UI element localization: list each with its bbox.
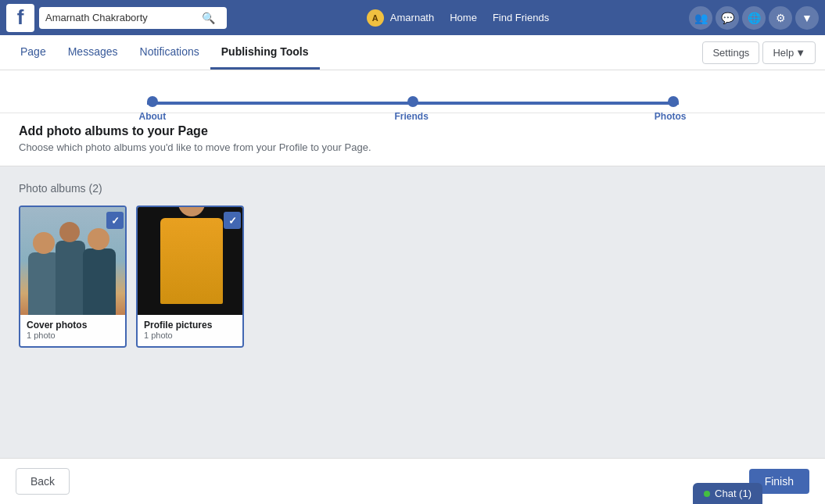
step-about-label: About bbox=[139, 111, 167, 122]
chat-bar[interactable]: Chat (1) bbox=[693, 483, 762, 504]
messages-icon[interactable]: 💬 bbox=[716, 6, 739, 30]
album-profile-pictures[interactable]: ✓ Profile pictures 1 photo bbox=[136, 206, 244, 348]
step-friends-dot bbox=[407, 96, 418, 107]
page-nav-tabs: Page Messages Notifications Publishing T… bbox=[9, 35, 702, 70]
chat-online-indicator bbox=[704, 491, 710, 497]
nav-right: 👥 💬 🌐 ⚙ ▼ bbox=[689, 6, 819, 30]
wizard-card: About Friends Photos Add photo albums to… bbox=[0, 70, 825, 166]
album-cover-photos[interactable]: ✓ Cover photos 1 photo bbox=[19, 206, 127, 348]
home-label: Home bbox=[450, 12, 477, 23]
back-button[interactable]: Back bbox=[16, 468, 70, 495]
album-profile-name: Profile pictures bbox=[144, 320, 236, 331]
help-dropdown-icon: ▼ bbox=[795, 47, 805, 59]
search-icon: 🔍 bbox=[202, 12, 215, 24]
progress-steps: About Friends Photos bbox=[147, 102, 679, 105]
page-nav: Page Messages Notifications Publishing T… bbox=[0, 35, 825, 70]
friends-icon[interactable]: 👥 bbox=[689, 6, 712, 30]
settings-btn[interactable]: Settings bbox=[702, 41, 759, 64]
album-profile-check: ✓ bbox=[224, 212, 241, 229]
progress-area: About Friends Photos bbox=[0, 70, 825, 113]
top-nav: f 🔍 A Amarnath Home Find Friends 👥 💬 🌐 ⚙… bbox=[0, 0, 825, 35]
tab-messages[interactable]: Messages bbox=[57, 35, 129, 70]
step-photos: Photos bbox=[668, 100, 679, 107]
find-friends-btn[interactable]: Find Friends bbox=[486, 9, 555, 27]
page-nav-right: Settings Help ▼ bbox=[702, 41, 816, 64]
step-photos-dot bbox=[668, 96, 679, 107]
album-cover-check: ✓ bbox=[106, 212, 124, 229]
album-profile-info: Profile pictures 1 photo bbox=[138, 315, 242, 346]
albums-title: Photo albums (2) bbox=[19, 182, 806, 195]
main-content: About Friends Photos Add photo albums to… bbox=[0, 70, 825, 504]
albums-section: Photo albums (2) ✓ C bbox=[0, 166, 825, 363]
album-cover-name: Cover photos bbox=[27, 320, 119, 331]
albums-grid: ✓ Cover photos 1 photo ✓ bbox=[19, 206, 806, 348]
help-label: Help bbox=[773, 47, 794, 59]
tab-page[interactable]: Page bbox=[9, 35, 57, 70]
find-friends-label: Find Friends bbox=[493, 12, 549, 23]
home-nav-btn[interactable]: A Amarnath bbox=[360, 6, 440, 30]
chat-label: Chat (1) bbox=[715, 488, 751, 499]
step-friends-label: Friends bbox=[395, 111, 429, 122]
album-profile-count: 1 photo bbox=[144, 331, 236, 340]
facebook-logo: f bbox=[6, 4, 34, 32]
tab-notifications[interactable]: Notifications bbox=[129, 35, 210, 70]
globe-icon[interactable]: 🌐 bbox=[742, 6, 766, 30]
step-photos-label: Photos bbox=[655, 111, 687, 122]
desc-title: Add photo albums to your Page bbox=[19, 124, 806, 138]
progress-track: About Friends Photos bbox=[147, 102, 679, 105]
album-cover-img: ✓ bbox=[20, 207, 127, 315]
dropdown-icon[interactable]: ▼ bbox=[795, 6, 819, 30]
desc-text: Choose which photo albums you'd like to … bbox=[19, 141, 806, 153]
tab-publishing-tools[interactable]: Publishing Tools bbox=[210, 35, 320, 70]
user-avatar: A bbox=[367, 9, 384, 27]
step-friends: Friends bbox=[407, 100, 418, 107]
settings-icon[interactable]: ⚙ bbox=[769, 6, 792, 30]
album-cover-count: 1 photo bbox=[27, 331, 119, 340]
home-btn[interactable]: Home bbox=[443, 9, 483, 27]
step-about: About bbox=[147, 100, 158, 107]
top-nav-center: A Amarnath Home Find Friends bbox=[227, 6, 689, 30]
username-label: Amarnath bbox=[390, 12, 434, 23]
album-cover-info: Cover photos 1 photo bbox=[20, 315, 125, 346]
search-input[interactable] bbox=[45, 12, 202, 23]
album-profile-img: ✓ bbox=[138, 207, 244, 315]
step-about-dot bbox=[147, 96, 158, 107]
search-bar[interactable]: 🔍 bbox=[39, 7, 227, 29]
help-btn[interactable]: Help ▼ bbox=[762, 41, 816, 64]
